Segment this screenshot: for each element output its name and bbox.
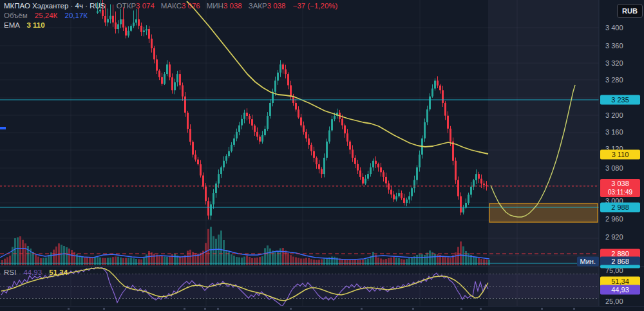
time-axis[interactable] [0, 306, 644, 311]
trading-chart-window: МКПАО Хэдхантер · 4ч · RUS ОТКР3 074МАКС… [0, 0, 644, 311]
rsi-ma-value: 51,34 [49, 269, 68, 276]
time-tick [204, 308, 206, 310]
volume-legend-row[interactable]: Объём 25,24К 20,17К [4, 12, 88, 19]
axis-tick: 3 200 [605, 111, 623, 119]
volume-ma-value: 20,17К [65, 12, 88, 19]
time-tick [361, 308, 363, 310]
ema-line[interactable] [187, 1, 488, 154]
axis-tick: 2 960 [605, 215, 623, 223]
time-tick [460, 308, 462, 310]
price-axis[interactable]: 3 4003 3603 3203 2803 2003 1603 1203 080… [599, 0, 644, 311]
volume-label: Объём [4, 12, 28, 19]
time-tick [573, 308, 575, 310]
symbol-legend-row[interactable]: МКПАО Хэдхантер · 4ч · RUS ОТКР3 074МАКС… [4, 2, 337, 10]
time-tick [290, 308, 292, 310]
rsi-legend-row[interactable]: RSI 44,93 51,34 [4, 269, 68, 276]
rsi-value: 44,93 [23, 269, 42, 276]
supply-zone-box[interactable] [489, 203, 598, 222]
axis-tick: 25,00 [605, 297, 623, 305]
time-tick [217, 308, 219, 310]
ohlc-field-value: 3 074 [136, 2, 155, 10]
price-label[interactable]: 44,93 [600, 285, 640, 295]
drawing-anchor-mark[interactable] [0, 127, 6, 129]
volume-value: 25,24К [35, 12, 57, 19]
time-tick [412, 308, 414, 310]
axis-tick: 3 320 [605, 59, 623, 67]
ema-legend-row[interactable]: EMA 3 110 [4, 21, 45, 29]
time-tick [68, 308, 70, 310]
ohlc-field-value: 3 076 [182, 2, 200, 10]
time-tick [103, 308, 105, 310]
time-tick [541, 308, 543, 310]
ema-label: EMA [4, 21, 19, 29]
rsi-label: RSI [4, 269, 16, 276]
price-label[interactable]: 3 110 [600, 150, 640, 160]
candles [97, 0, 488, 220]
ema-value: 3 110 [27, 21, 45, 29]
axis-tick: 2 920 [605, 233, 623, 241]
price-label[interactable]: 3 235 [600, 95, 640, 105]
volume-bars [1, 227, 490, 265]
ohlc-field-value: 3 038 [267, 2, 286, 10]
axis-tick: 3 360 [605, 42, 623, 50]
ohlc-field-label: ЗАКР [249, 2, 267, 10]
currency-toggle-button[interactable]: RUB [617, 4, 643, 18]
time-tick [480, 308, 482, 310]
min-tag: Мин. [577, 257, 599, 267]
axis-tick: 3 400 [605, 24, 623, 32]
ohlc-fields: ОТКР3 074МАКС3 076МИН3 038ЗАКР3 038 [110, 2, 286, 10]
symbol-title: МКПАО Хэдхантер · 4ч · RUS [4, 2, 106, 10]
axis-tick: 3 280 [605, 76, 623, 84]
chart-canvas[interactable] [0, 0, 644, 311]
ohlc-field-label: ОТКР [117, 2, 136, 10]
price-label[interactable]: 2 988 [600, 203, 640, 212]
price-label[interactable] [600, 265, 640, 269]
time-tick [184, 308, 185, 310]
change-value: −37 (−1,20%) [293, 2, 338, 10]
price-label[interactable]: 3 03803:11:49 [600, 179, 640, 197]
ohlc-field-label: МАКС [161, 2, 182, 10]
ohlc-field-value: 3 038 [223, 2, 242, 10]
ohlc-field-label: МИН [207, 2, 223, 10]
axis-tick: 3 160 [605, 128, 623, 136]
axis-tick: 3 080 [605, 164, 623, 172]
